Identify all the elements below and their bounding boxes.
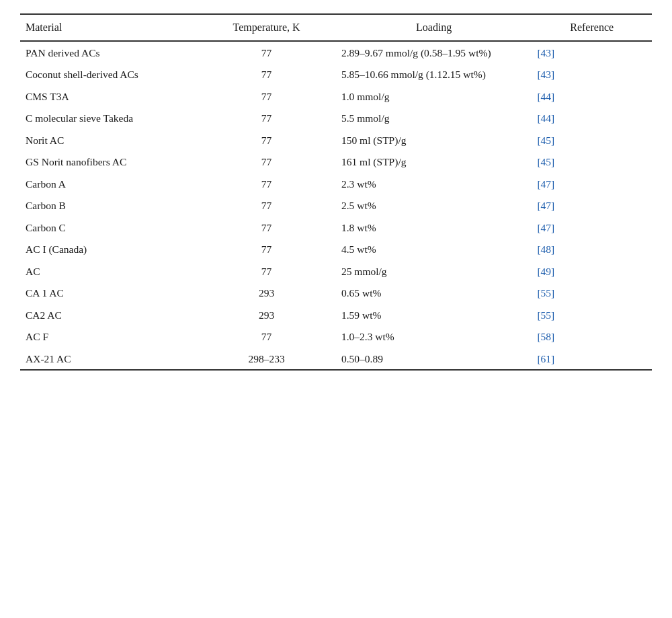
temperature-cell: 77 <box>197 194 336 216</box>
reference-cell: [47] <box>532 173 652 194</box>
reference-cell: [58] <box>532 325 652 347</box>
loading-cell: 2.5 wt% <box>336 194 532 216</box>
reference-cell: [45] <box>532 151 652 172</box>
temperature-cell: 77 <box>197 63 336 85</box>
loading-cell: 0.65 wt% <box>336 282 532 303</box>
reference-cell: [44] <box>532 107 652 128</box>
material-cell: Carbon A <box>20 173 197 194</box>
table-row: GS Norit nanofibers AC77161 ml (STP)/g[4… <box>20 151 652 172</box>
temperature-cell: 77 <box>197 325 336 347</box>
temperature-cell: 293 <box>197 304 336 325</box>
material-cell: Coconut shell-derived ACs <box>20 63 197 85</box>
table-row: Norit AC77150 ml (STP)/g[45] <box>20 129 652 151</box>
temperature-cell: 77 <box>197 238 336 260</box>
table-row: PAN derived ACs772.89–9.67 mmol/g (0.58–… <box>20 41 652 63</box>
loading-cell: 150 ml (STP)/g <box>336 129 532 151</box>
reference-cell: [55] <box>532 282 652 303</box>
table-row: AC I (Canada)774.5 wt%[48] <box>20 238 652 260</box>
temperature-cell: 77 <box>197 41 336 63</box>
material-cell: GS Norit nanofibers AC <box>20 151 197 172</box>
header-temperature: Temperature, K <box>197 14 336 41</box>
material-cell: AC <box>20 260 197 282</box>
loading-cell: 1.0 mmol/g <box>336 85 532 107</box>
material-cell: PAN derived ACs <box>20 41 197 63</box>
reference-cell: [47] <box>532 217 652 238</box>
loading-cell: 25 mmol/g <box>336 260 532 282</box>
loading-cell: 5.85–10.66 mmol/g (1.12.15 wt%) <box>336 63 532 85</box>
loading-cell: 0.50–0.89 <box>336 348 532 370</box>
table-row: AC F771.0–2.3 wt%[58] <box>20 325 652 347</box>
table-row: Carbon B772.5 wt%[47] <box>20 194 652 216</box>
temperature-cell: 77 <box>197 129 336 151</box>
table-row: CA2 AC2931.59 wt%[55] <box>20 304 652 325</box>
table-header-row: Material Temperature, K Loading Referenc… <box>20 14 652 41</box>
reference-cell: [47] <box>532 194 652 216</box>
header-material: Material <box>20 14 197 41</box>
material-cell: CA 1 AC <box>20 282 197 303</box>
reference-cell: [55] <box>532 304 652 325</box>
temperature-cell: 77 <box>197 173 336 194</box>
table-row: Carbon A772.3 wt%[47] <box>20 173 652 194</box>
loading-cell: 1.59 wt% <box>336 304 532 325</box>
table-row: C molecular sieve Takeda775.5 mmol/g[44] <box>20 107 652 128</box>
temperature-cell: 77 <box>197 151 336 172</box>
table-row: CMS T3A771.0 mmol/g[44] <box>20 85 652 107</box>
loading-cell: 1.0–2.3 wt% <box>336 325 532 347</box>
reference-cell: [49] <box>532 260 652 282</box>
header-loading: Loading <box>336 14 532 41</box>
material-cell: Carbon C <box>20 217 197 238</box>
table-footer-row <box>20 370 652 371</box>
material-cell: AC I (Canada) <box>20 238 197 260</box>
loading-cell: 4.5 wt% <box>336 238 532 260</box>
reference-cell: [45] <box>532 129 652 151</box>
loading-cell: 5.5 mmol/g <box>336 107 532 128</box>
reference-cell: [43] <box>532 63 652 85</box>
material-cell: AX-21 AC <box>20 348 197 370</box>
reference-cell: [61] <box>532 348 652 370</box>
table-row: AC7725 mmol/g[49] <box>20 260 652 282</box>
header-reference: Reference <box>532 14 652 41</box>
loading-cell: 1.8 wt% <box>336 217 532 238</box>
table-container: Material Temperature, K Loading Referenc… <box>20 13 652 371</box>
material-cell: C molecular sieve Takeda <box>20 107 197 128</box>
table-row: Carbon C771.8 wt%[47] <box>20 217 652 238</box>
loading-cell: 2.3 wt% <box>336 173 532 194</box>
temperature-cell: 293 <box>197 282 336 303</box>
loading-cell: 161 ml (STP)/g <box>336 151 532 172</box>
table-row: Coconut shell-derived ACs775.85–10.66 mm… <box>20 63 652 85</box>
data-table: Material Temperature, K Loading Referenc… <box>20 13 652 371</box>
loading-cell: 2.89–9.67 mmol/g (0.58–1.95 wt%) <box>336 41 532 63</box>
temperature-cell: 298–233 <box>197 348 336 370</box>
material-cell: CA2 AC <box>20 304 197 325</box>
material-cell: CMS T3A <box>20 85 197 107</box>
reference-cell: [43] <box>532 41 652 63</box>
reference-cell: [48] <box>532 238 652 260</box>
material-cell: Norit AC <box>20 129 197 151</box>
material-cell: Carbon B <box>20 194 197 216</box>
material-cell: AC F <box>20 325 197 347</box>
table-row: CA 1 AC2930.65 wt%[55] <box>20 282 652 303</box>
temperature-cell: 77 <box>197 107 336 128</box>
temperature-cell: 77 <box>197 217 336 238</box>
table-row: AX-21 AC298–2330.50–0.89[61] <box>20 348 652 370</box>
temperature-cell: 77 <box>197 85 336 107</box>
temperature-cell: 77 <box>197 260 336 282</box>
reference-cell: [44] <box>532 85 652 107</box>
